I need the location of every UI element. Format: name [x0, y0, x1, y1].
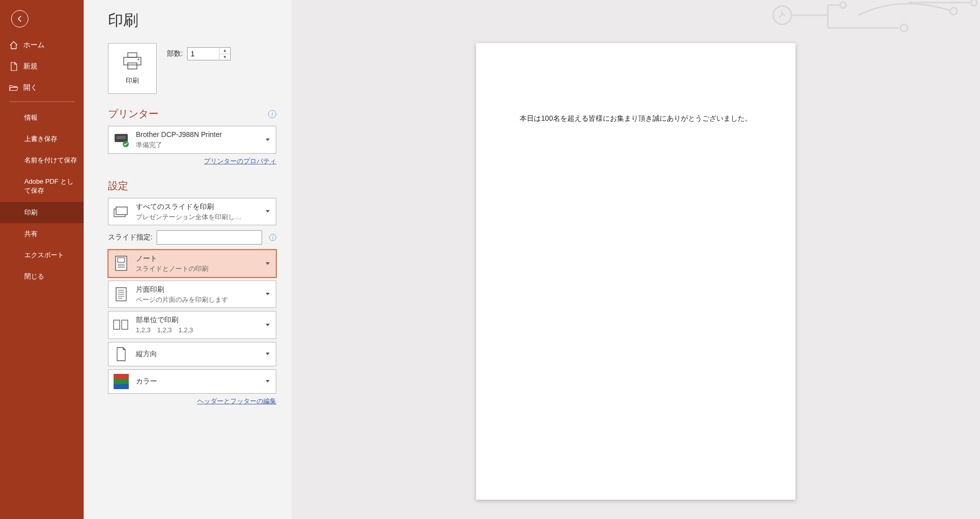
svg-rect-8 [116, 207, 127, 215]
sidebar-item-label: 情報 [24, 113, 38, 122]
preview-page: 本日は100名を超える皆様にお集まり頂き誠にありがとうございました。 [476, 43, 795, 500]
side-title: 片面印刷 [136, 284, 260, 295]
document-icon [9, 62, 18, 71]
svg-rect-20 [114, 320, 120, 329]
collate-title: 部単位で印刷 [136, 315, 260, 325]
sidebar-item-label: 閉じる [24, 272, 44, 281]
color-icon [113, 373, 130, 390]
side-sub: ページの片面のみを印刷します [136, 295, 260, 305]
print-layout-selector[interactable]: ノート スライドとノートの印刷 [108, 250, 276, 278]
svg-rect-2 [128, 63, 137, 69]
color-selector[interactable]: カラー [108, 369, 276, 394]
info-icon[interactable]: i [268, 110, 276, 118]
settings-section-header: 設定 [108, 179, 276, 193]
printer-section-title: プリンター [108, 107, 159, 121]
sidebar-item-new[interactable]: 新規 [0, 56, 84, 77]
sidebar-item-label: 新規 [23, 62, 38, 71]
svg-rect-0 [128, 53, 137, 57]
print-side-selector[interactable]: 片面印刷 ページの片面のみを印刷します [108, 281, 276, 308]
chevron-down-icon [266, 353, 270, 355]
sidebar-item-info[interactable]: 情報 [0, 107, 84, 128]
chevron-down-icon [266, 210, 270, 213]
collate-sub: 1,2,3 1,2,3 1,2,3 [136, 325, 260, 335]
home-icon [9, 41, 18, 50]
print-range-title: すべてのスライドを印刷 [136, 201, 260, 212]
printer-properties-link[interactable]: プリンターのプロパティ [204, 157, 276, 165]
printer-name: Brother DCP-J988N Printer [136, 129, 260, 140]
preview-body-text: 本日は100名を超える皆様にお集まり頂き誠にありがとうございました。 [496, 114, 775, 123]
sidebar-item-label: 共有 [24, 229, 38, 238]
sidebar-item-adobe-pdf[interactable]: Adobe PDF として保存 [0, 171, 84, 201]
chevron-down-icon [266, 380, 270, 383]
svg-rect-1 [124, 57, 141, 65]
svg-rect-10 [118, 258, 125, 262]
print-button[interactable]: 印刷 [108, 43, 157, 94]
svg-rect-21 [122, 320, 128, 329]
print-preview-pane: 本日は100名を超える皆様にお集まり頂き誠にありがとうございました。 [292, 0, 980, 519]
header-footer-link[interactable]: ヘッダーとフッターの編集 [197, 397, 276, 405]
collate-icon [113, 316, 130, 333]
main-panel: 印刷 印刷 部数: ▲ [84, 0, 980, 519]
color-title: カラー [136, 376, 260, 387]
printer-selector[interactable]: Brother DCP-J988N Printer 準備完了 [108, 126, 276, 154]
sidebar-item-share[interactable]: 共有 [0, 223, 84, 245]
folder-open-icon [9, 83, 18, 92]
sidebar-item-label: 開く [23, 83, 38, 92]
print-range-sub: プレゼンテーション全体を印刷し… [136, 212, 260, 222]
copies-up-button[interactable]: ▲ [220, 48, 230, 54]
sidebar-item-overwrite-save[interactable]: 上書き保存 [0, 128, 84, 150]
printer-status: 準備完了 [136, 140, 260, 150]
sidebar-item-label: 名前を付けて保存 [24, 156, 77, 165]
page-title: 印刷 [108, 10, 276, 31]
copies-label: 部数: [167, 49, 183, 58]
copies-down-button[interactable]: ▼ [220, 54, 230, 60]
printer-ready-icon [113, 131, 130, 148]
printer-section-header: プリンター i [108, 107, 276, 121]
copies-spinner[interactable]: ▲ ▼ [187, 47, 231, 60]
slides-range-label: スライド指定: [108, 233, 153, 242]
sidebar-item-save-as[interactable]: 名前を付けて保存 [0, 150, 84, 171]
slides-stack-icon [113, 203, 130, 220]
arrow-left-icon [16, 15, 24, 23]
copies-input[interactable] [188, 48, 219, 60]
layout-sub: スライドとノートの印刷 [136, 264, 260, 274]
orientation-selector[interactable]: 縦方向 [108, 342, 276, 366]
print-options-pane: 印刷 印刷 部数: ▲ [84, 0, 292, 519]
collate-selector[interactable]: 部単位で印刷 1,2,3 1,2,3 1,2,3 [108, 311, 276, 339]
print-button-label: 印刷 [126, 76, 139, 85]
layout-title: ノート [136, 253, 260, 264]
portrait-icon [113, 345, 130, 363]
svg-rect-5 [117, 136, 126, 139]
svg-point-3 [138, 59, 139, 60]
settings-section-title: 設定 [108, 179, 128, 193]
print-range-selector[interactable]: すべてのスライドを印刷 プレゼンテーション全体を印刷し… [108, 198, 276, 226]
info-icon[interactable]: i [269, 234, 276, 241]
backstage-sidebar: ホーム 新規 開く 情報 上書き保存 名前を付けて保存 Adobe PDF とし… [0, 0, 84, 519]
sidebar-item-close[interactable]: 閉じる [0, 266, 84, 287]
sidebar-item-home[interactable]: ホーム [0, 34, 84, 56]
sidebar-item-label: Adobe PDF として保存 [24, 177, 78, 195]
back-button[interactable] [11, 10, 28, 27]
orientation-title: 縦方向 [136, 349, 260, 359]
slides-range-input[interactable] [157, 230, 262, 245]
sidebar-item-export[interactable]: エクスポート [0, 245, 84, 266]
chevron-down-icon [266, 324, 270, 326]
notes-layout-icon [113, 255, 130, 272]
single-side-icon [113, 286, 130, 303]
sidebar-item-label: 上書き保存 [24, 134, 57, 144]
chevron-down-icon [266, 293, 270, 295]
sidebar-item-print[interactable]: 印刷 [0, 202, 84, 223]
sidebar-item-label: 印刷 [24, 208, 38, 217]
sidebar-item-label: ホーム [23, 41, 45, 50]
sidebar-item-label: エクスポート [24, 251, 64, 260]
sidebar-item-open[interactable]: 開く [0, 77, 84, 98]
chevron-down-icon [266, 262, 270, 265]
sidebar-divider [9, 101, 75, 102]
chevron-down-icon [266, 139, 270, 141]
printer-icon [122, 52, 143, 71]
